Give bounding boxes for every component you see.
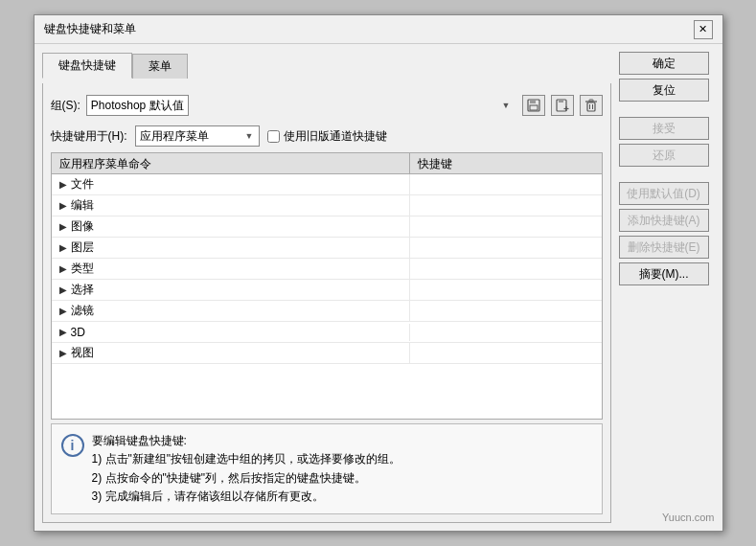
- row-cmd-text: 文件: [71, 176, 94, 193]
- group-row: 组(S): Photoshop 默认值: [47, 89, 607, 120]
- dialog: 键盘快捷键和菜单 ✕ 键盘快捷键 菜单 组(S): Photoshop 默认值: [34, 14, 723, 532]
- row-cmd-text: 图像: [71, 218, 94, 235]
- tab-content: 组(S): Photoshop 默认值: [42, 83, 611, 523]
- table-row[interactable]: ▶ 3D: [52, 322, 602, 343]
- shortcut-select[interactable]: 应用程序菜单: [135, 125, 260, 147]
- reset-button[interactable]: 复位: [619, 79, 709, 102]
- group-select-wrapper: Photoshop 默认值: [86, 95, 516, 116]
- row-cmd: ▶ 类型: [52, 259, 410, 279]
- row-cmd: ▶ 图层: [52, 238, 410, 258]
- delete-shortcut-button: 删除快捷键(E): [619, 236, 709, 259]
- row-cmd: ▶ 3D: [52, 324, 410, 341]
- legacy-checkbox[interactable]: [267, 130, 280, 143]
- row-shortcut: [410, 183, 602, 187]
- row-shortcut: [410, 352, 602, 355]
- table-body[interactable]: ▶ 文件 ▶ 编辑 ▶ 图像 ▶ 图层 ▶ 类型 ▶ 选择: [52, 174, 602, 419]
- row-expand-arrow[interactable]: ▶: [59, 327, 67, 337]
- col-header-shortcut: 快捷键: [410, 153, 602, 173]
- row-expand-arrow[interactable]: ▶: [59, 200, 67, 211]
- summary-button[interactable]: 摘要(M)...: [619, 262, 709, 285]
- row-shortcut: [410, 330, 602, 334]
- saveas-icon: [556, 99, 569, 112]
- svg-rect-2: [530, 105, 538, 110]
- right-panel: 确定复位接受还原使用默认值(D)添加快捷键(A)删除快捷键(E)摘要(M)...: [619, 52, 715, 523]
- row-cmd-text: 选择: [71, 282, 94, 298]
- row-expand-arrow[interactable]: ▶: [59, 179, 67, 190]
- shortcut-label: 快捷键用于(H):: [51, 128, 127, 145]
- spacer: [619, 171, 715, 178]
- inner-content: 组(S): Photoshop 默认值: [43, 83, 610, 522]
- info-text: 要编辑键盘快捷键:1) 点击"新建组"按钮创建选中组的拷贝，或选择要修改的组。2…: [92, 432, 401, 506]
- table-row[interactable]: ▶ 类型: [52, 259, 602, 280]
- row-expand-arrow[interactable]: ▶: [59, 284, 67, 295]
- table-row[interactable]: ▶ 编辑: [52, 195, 602, 216]
- info-line-3: 3) 完成编辑后，请存储该组以存储所有更改。: [92, 488, 401, 506]
- info-icon: i: [61, 434, 84, 457]
- shortcut-row: 快捷键用于(H): 应用程序菜单 使用旧版通道快捷键: [47, 124, 607, 148]
- info-line-1: 1) 点击"新建组"按钮创建选中组的拷贝，或选择要修改的组。: [92, 450, 401, 468]
- col-header-cmd: 应用程序菜单命令: [52, 153, 410, 173]
- row-shortcut: [410, 246, 602, 250]
- undo-button: 还原: [619, 144, 709, 167]
- table-row[interactable]: ▶ 图层: [52, 238, 602, 259]
- shortcut-table: 应用程序菜单命令 快捷键 ▶ 文件 ▶ 编辑 ▶ 图像 ▶ 图层: [51, 152, 603, 420]
- row-shortcut: [410, 204, 602, 208]
- table-row[interactable]: ▶ 滤镜: [52, 301, 602, 322]
- spacer: [619, 105, 715, 113]
- confirm-button[interactable]: 确定: [619, 52, 709, 75]
- delete-icon: [584, 99, 598, 112]
- title-bar: 键盘快捷键和菜单 ✕: [34, 15, 722, 44]
- row-expand-arrow[interactable]: ▶: [59, 221, 67, 232]
- row-cmd-text: 3D: [71, 326, 85, 339]
- shortcut-select-wrapper: 应用程序菜单: [135, 125, 260, 147]
- table-row[interactable]: ▶ 图像: [52, 216, 602, 238]
- content-area: 键盘快捷键 菜单 组(S): Photoshop 默认值: [34, 44, 722, 531]
- table-row[interactable]: ▶ 视图: [52, 343, 602, 364]
- row-cmd-text: 视图: [71, 345, 94, 361]
- row-cmd-text: 滤镜: [71, 303, 94, 319]
- tab-row: 键盘快捷键 菜单: [42, 52, 611, 78]
- row-cmd: ▶ 图像: [52, 216, 410, 237]
- svg-rect-9: [589, 100, 593, 102]
- save-icon: [527, 99, 540, 112]
- info-line-2: 2) 点按命令的"快捷键"列，然后按指定的键盘快捷键。: [92, 469, 401, 488]
- row-expand-arrow[interactable]: ▶: [59, 348, 67, 358]
- table-row[interactable]: ▶ 选择: [52, 280, 602, 301]
- default-button: 使用默认值(D): [619, 182, 709, 205]
- tab-menu[interactable]: 菜单: [132, 54, 188, 79]
- row-cmd: ▶ 滤镜: [52, 301, 410, 321]
- row-expand-arrow[interactable]: ▶: [59, 242, 67, 253]
- saveas-group-button[interactable]: [551, 95, 574, 116]
- svg-rect-4: [559, 100, 563, 102]
- row-expand-arrow[interactable]: ▶: [59, 263, 67, 274]
- row-cmd: ▶ 视图: [52, 343, 410, 363]
- info-line-0: 要编辑键盘快捷键:: [92, 432, 401, 450]
- checkbox-row: 使用旧版通道快捷键: [267, 128, 387, 145]
- add-button: 添加快捷键(A): [619, 209, 709, 232]
- save-group-button[interactable]: [522, 95, 545, 116]
- svg-rect-1: [530, 100, 536, 103]
- row-cmd: ▶ 编辑: [52, 195, 410, 216]
- row-shortcut: [410, 309, 602, 313]
- info-box: i 要编辑键盘快捷键:1) 点击"新建组"按钮创建选中组的拷贝，或选择要修改的组…: [51, 423, 603, 514]
- watermark: Yuucn.com: [662, 512, 714, 523]
- delete-group-button[interactable]: [580, 95, 603, 116]
- row-cmd-text: 编辑: [71, 197, 94, 214]
- row-shortcut: [410, 288, 602, 292]
- group-select[interactable]: Photoshop 默认值: [86, 95, 189, 116]
- table-header: 应用程序菜单命令 快捷键: [52, 153, 602, 174]
- dialog-title: 键盘快捷键和菜单: [44, 21, 136, 37]
- row-shortcut: [410, 225, 602, 229]
- table-row[interactable]: ▶ 文件: [52, 174, 602, 195]
- row-shortcut: [410, 267, 602, 271]
- main-panel: 键盘快捷键 菜单 组(S): Photoshop 默认值: [42, 52, 611, 523]
- accept-button: 接受: [619, 117, 709, 140]
- row-cmd: ▶ 选择: [52, 280, 410, 300]
- svg-rect-7: [587, 102, 595, 111]
- close-button[interactable]: ✕: [694, 20, 713, 39]
- legacy-label: 使用旧版通道快捷键: [284, 128, 387, 145]
- row-cmd: ▶ 文件: [52, 174, 410, 194]
- tab-keyboard-shortcuts[interactable]: 键盘快捷键: [42, 53, 132, 79]
- row-expand-arrow[interactable]: ▶: [59, 306, 67, 316]
- group-label: 组(S):: [51, 98, 80, 114]
